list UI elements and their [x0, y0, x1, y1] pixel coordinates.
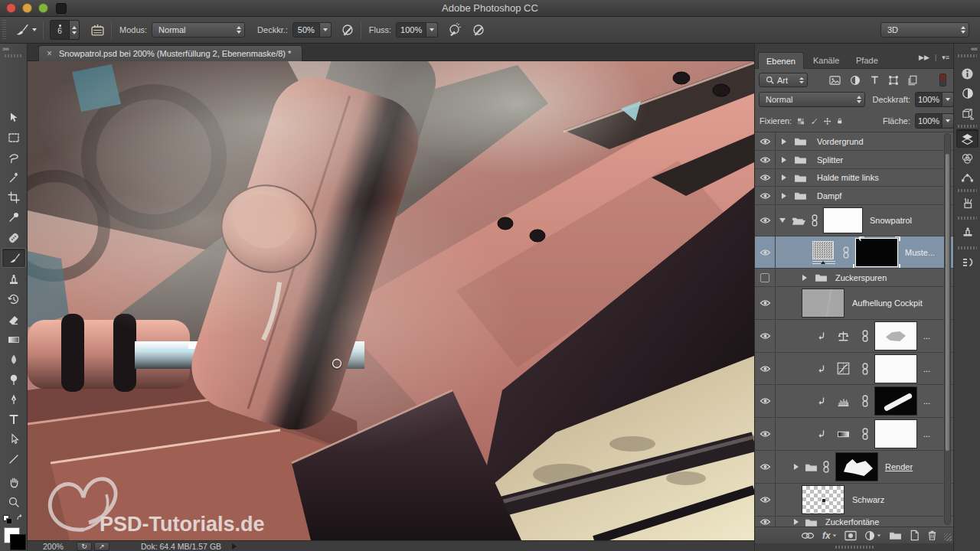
status-share-button[interactable]: ↗ — [94, 542, 109, 551]
expand-triangle-icon[interactable] — [782, 157, 786, 163]
layer-name[interactable]: Halde mitte links — [817, 173, 879, 182]
paragraph-styles-panel-button[interactable] — [956, 253, 978, 272]
opacity-field[interactable]: 50% — [292, 22, 332, 37]
toolbar-grip[interactable] — [5, 54, 23, 57]
visibility-toggle[interactable] — [755, 451, 776, 483]
stepper-down-icon[interactable] — [72, 31, 77, 34]
layer-effects-button[interactable]: fx — [822, 530, 837, 541]
tool-hand[interactable] — [2, 472, 26, 492]
tab-kanaele[interactable]: Kanäle — [805, 52, 847, 69]
visibility-toggle[interactable] — [755, 418, 776, 450]
visibility-toggle[interactable] — [755, 169, 776, 186]
new-layer-button[interactable] — [910, 530, 920, 541]
layer-row[interactable]: Zuckerfontäne — [755, 517, 954, 527]
layer-row[interactable]: Dampf — [755, 187, 954, 205]
layer-opacity-field[interactable]: 100% — [915, 92, 954, 107]
new-adjustment-layer-button[interactable] — [864, 530, 881, 541]
levels-icon[interactable] — [837, 395, 850, 408]
visibility-toggle[interactable] — [755, 205, 776, 236]
brush-preview[interactable]: 6 — [50, 20, 70, 40]
layer-list-scrollbar[interactable] — [944, 133, 951, 525]
visibility-toggle[interactable] — [755, 236, 776, 268]
tool-lasso[interactable] — [2, 148, 26, 168]
tool-blur[interactable] — [2, 350, 26, 370]
layer-row[interactable]: ... — [755, 418, 954, 451]
dock-grip[interactable] — [958, 54, 977, 57]
layer-fill-dropdown[interactable] — [942, 113, 954, 129]
filter-smart-objects-icon[interactable] — [907, 75, 918, 86]
flow-value[interactable]: 100% — [396, 22, 426, 37]
group-mask-thumbnail[interactable] — [835, 452, 878, 481]
visibility-toggle[interactable] — [755, 353, 776, 384]
adjustment-mask-thumbnail[interactable] — [874, 321, 917, 350]
color-balance-icon[interactable] — [837, 330, 850, 343]
layer-opacity-value[interactable]: 100% — [915, 92, 942, 107]
toggle-brush-panel-button[interactable] — [90, 24, 105, 37]
lock-position-icon[interactable] — [824, 116, 831, 127]
expand-triangle-icon[interactable] — [782, 139, 786, 145]
zoom-level-field[interactable]: 200% — [43, 542, 69, 551]
expand-triangle-icon[interactable] — [782, 174, 786, 181]
layer-fill-field[interactable]: 100% — [915, 113, 954, 129]
tool-magic-wand[interactable] — [2, 168, 26, 187]
mask-link-icon[interactable] — [811, 214, 818, 227]
layer-name[interactable]: Dampf — [817, 191, 841, 201]
brush-size-widget[interactable]: 6 — [50, 20, 80, 40]
tool-pen[interactable] — [2, 390, 26, 409]
layer-fill-value[interactable]: 100% — [915, 113, 942, 129]
layer-row-selected[interactable]: Muste... — [755, 236, 954, 269]
visibility-toggle[interactable] — [755, 132, 776, 150]
visibility-toggle-off[interactable] — [755, 269, 776, 286]
pressure-size-button[interactable] — [472, 23, 485, 37]
expand-triangle-icon[interactable] — [794, 519, 799, 525]
tool-dodge[interactable] — [2, 370, 26, 390]
layer-name[interactable]: Snowpatrol — [870, 216, 912, 225]
filter-adjustment-layers-icon[interactable] — [850, 75, 861, 86]
visibility-toggle[interactable] — [755, 320, 776, 352]
layer-row[interactable]: Halde mitte links — [755, 169, 954, 187]
dock-collapse-icon[interactable]: «« — [971, 45, 977, 53]
mask-link-icon[interactable] — [822, 461, 830, 473]
lock-transparency-icon[interactable] — [798, 116, 804, 126]
lock-all-icon[interactable] — [837, 116, 843, 126]
layer-row[interactable]: ... — [755, 320, 954, 353]
layer-row[interactable]: Splitter — [755, 151, 954, 169]
pattern-scale-slider[interactable] — [812, 261, 835, 264]
layer-thumbnail[interactable] — [802, 289, 844, 318]
dock-grip[interactable] — [958, 217, 977, 220]
adjustment-mask-thumbnail[interactable] — [874, 354, 917, 383]
layer-row[interactable]: Vordergrund — [755, 132, 954, 151]
pressure-opacity-button[interactable] — [341, 23, 354, 37]
collapse-triangle-icon[interactable] — [779, 218, 786, 223]
blend-mode-select[interactable]: Normal — [152, 22, 245, 37]
visibility-toggle[interactable] — [755, 151, 776, 168]
layer-name[interactable]: Render — [885, 462, 913, 471]
flow-dropdown-button[interactable] — [426, 22, 438, 37]
paths-panel-button[interactable] — [956, 168, 978, 187]
layer-name[interactable]: Zuckerspuren — [835, 273, 887, 282]
layer-name[interactable]: Muste... — [905, 248, 935, 257]
layer-row[interactable]: Snowpatrol — [755, 205, 954, 236]
tool-history-brush[interactable] — [2, 289, 26, 309]
new-group-button[interactable] — [889, 530, 902, 540]
3d-panel-button[interactable] — [956, 104, 978, 122]
tab-ebenen[interactable]: Ebenen — [758, 52, 804, 69]
tool-move[interactable] — [2, 108, 26, 128]
swap-colors-icon[interactable] — [15, 514, 24, 523]
tool-eraser[interactable] — [2, 310, 26, 330]
tab-pfade[interactable]: Pfade — [848, 52, 886, 69]
clone-source-panel-button[interactable] — [956, 223, 978, 241]
curves-icon[interactable] — [837, 362, 850, 375]
layer-name[interactable]: ... — [923, 364, 930, 373]
scrollbar-thumb[interactable] — [946, 154, 949, 451]
tool-preset-picker[interactable] — [14, 22, 37, 37]
visibility-toggle[interactable] — [755, 187, 776, 204]
layer-name[interactable]: ... — [923, 396, 930, 406]
expand-triangle-icon[interactable] — [802, 275, 807, 281]
adjustments-panel-button[interactable] — [956, 84, 978, 103]
layer-row[interactable]: Aufhellung Cockpit — [755, 287, 954, 320]
visibility-toggle[interactable] — [755, 484, 776, 516]
tool-path-selection[interactable] — [2, 429, 26, 449]
status-sync-button[interactable]: ↻ — [77, 542, 92, 551]
filter-toggle-switch[interactable] — [939, 73, 946, 86]
